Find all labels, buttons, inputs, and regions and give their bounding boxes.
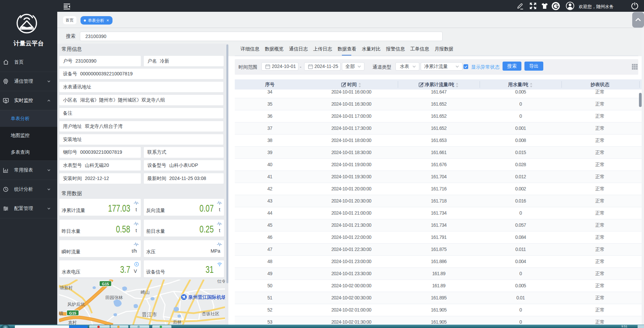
svg-text:风炉后坑: 风炉后坑 bbox=[67, 302, 85, 307]
svg-text:塘新村: 塘新村 bbox=[60, 285, 73, 290]
svg-text:袁村: 袁村 bbox=[68, 320, 77, 325]
svg-text:杏坂社区: 杏坂社区 bbox=[202, 311, 219, 316]
svg-text:G15: G15 bbox=[69, 311, 76, 315]
svg-text:后林: 后林 bbox=[173, 320, 182, 325]
svg-text:崎山: 崎山 bbox=[141, 290, 150, 295]
svg-text:仕令: 仕令 bbox=[217, 280, 225, 284]
svg-text:田园张林: 田园张林 bbox=[105, 295, 123, 300]
svg-text:G15: G15 bbox=[102, 282, 109, 286]
svg-text:晋江市: 晋江市 bbox=[142, 312, 157, 317]
svg-text:泉州晋江国际机场: 泉州晋江国际机场 bbox=[188, 294, 225, 300]
svg-text:镇: 镇 bbox=[59, 311, 63, 316]
